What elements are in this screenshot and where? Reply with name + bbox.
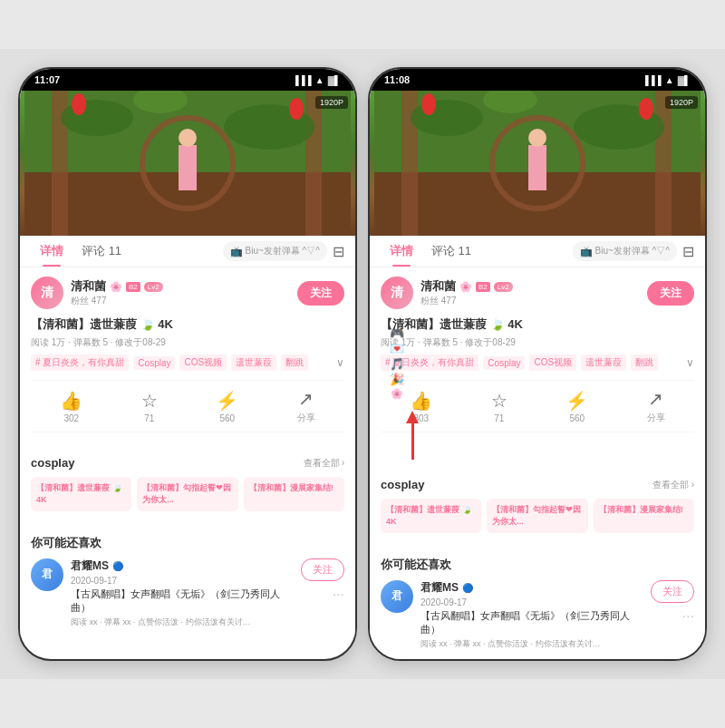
- author-name-row-right: 清和菌 🌸 B2 Lv2: [420, 278, 640, 295]
- cosplay-item-3[interactable]: 【清和菌】漫展家集结!: [244, 477, 344, 510]
- signal-icon: ▐▐▐: [292, 75, 311, 85]
- view-all-cosplay-right[interactable]: 查看全部 ›: [652, 479, 694, 491]
- video-bg-right: [370, 91, 705, 236]
- wifi-icon-right: ▲: [665, 75, 674, 85]
- tag-title[interactable]: 遗世蒹葭: [231, 354, 276, 371]
- rec-date-r1: 2020-09-17: [420, 597, 643, 607]
- tag-summer[interactable]: # 夏日炎炎，有你真甜: [31, 354, 129, 371]
- expand-icon[interactable]: ∨: [336, 356, 344, 369]
- tag-summer-right[interactable]: # 夏日炎炎，有你真甜: [381, 354, 478, 371]
- recommend-section-left: 你可能还喜欢 君 君耀MS 🔵 2020-09-17 【古风翻唱】女声翻唱《无垢…: [20, 526, 355, 637]
- cosplay-item-r3[interactable]: 【清和菌】漫展家集结!: [594, 499, 694, 532]
- svg-point-5: [61, 100, 133, 136]
- cosplay-item-title-1: 【清和菌】遗世蒹葭 🍃4K: [36, 482, 126, 505]
- actions-row-right: 🎮 💌 🎵 🎉 🌸 👍 303 ☆ 71 ⚡: [381, 380, 694, 432]
- recommend-item-1: 君 君耀MS 🔵 2020-09-17 【古风翻唱】女声翻唱《无垢》（剑三乃秀同…: [31, 558, 344, 628]
- action-share-right[interactable]: ↗ 分享: [647, 388, 665, 424]
- tag-cosvideo[interactable]: COS视频: [179, 354, 227, 371]
- follow-button-left[interactable]: 关注: [297, 281, 344, 306]
- svg-point-21: [528, 129, 546, 147]
- author-name-row: 清和菌 🌸 B2 Lv2: [71, 278, 290, 295]
- author-row-right: 清 清和菌 🌸 B2 Lv2 粉丝 477 关注: [381, 277, 694, 309]
- view-all-cosplay[interactable]: 查看全部 ›: [304, 457, 344, 470]
- barrage-button-left[interactable]: 📺 Biu~发射弹幕 ^▽^: [223, 241, 327, 261]
- author-fans: 粉丝 477: [71, 295, 290, 307]
- tab-comment-right[interactable]: 评论 11: [422, 236, 480, 267]
- tag-cosplay[interactable]: Cosplay: [133, 356, 175, 370]
- time-right: 11:08: [384, 74, 410, 85]
- cosplay-title-right: cosplay: [381, 478, 424, 491]
- cosplay-item-title-r3: 【清和菌】漫展家集结!: [599, 504, 689, 516]
- action-like[interactable]: 👍 302: [60, 390, 82, 423]
- avatar-left[interactable]: 清: [31, 277, 63, 309]
- cosplay-header: cosplay 查看全部 ›: [31, 456, 344, 470]
- cosplay-list-left: 【清和菌】遗世蒹葭 🍃4K 【清和菌】勾指起誓❤因为你太... 【清和菌】漫展家…: [31, 477, 344, 510]
- rec-avatar-1[interactable]: 君: [31, 558, 63, 591]
- barrage-toggle-icon-right[interactable]: ⊟: [682, 243, 694, 260]
- cosplay-item-1[interactable]: 【清和菌】遗世蒹葭 🍃4K: [31, 477, 131, 510]
- recommend-section-right: 你可能还喜欢 君 君耀MS 🔵 2020-09-17 【古风翻唱】女声翻唱《无垢…: [370, 548, 705, 659]
- action-star-right[interactable]: ☆ 71: [491, 390, 508, 423]
- tab-detail-left[interactable]: 详情: [31, 236, 72, 267]
- wifi-icon: ▲: [315, 75, 324, 85]
- svg-rect-15: [655, 91, 672, 236]
- rec-info-1: 君耀MS 🔵 2020-09-17 【古风翻唱】女声翻唱《无垢》（剑三乃秀同人曲…: [71, 558, 294, 628]
- cosplay-item-r2[interactable]: 【清和菌】勾指起誓❤因为你太...: [487, 499, 587, 532]
- cosplay-item-title-3: 【清和菌】漫展家集结!: [249, 482, 339, 494]
- video-thumbnail-left[interactable]: 1920P: [20, 91, 355, 236]
- barrage-icon: 📺: [230, 246, 243, 257]
- rec-follow-button-1[interactable]: 关注: [301, 558, 344, 581]
- tab-comment-left[interactable]: 评论 11: [72, 236, 130, 267]
- barrage-button-right[interactable]: 📺 Biu~发射弹幕 ^▽^: [573, 241, 677, 261]
- tag-cosplay-right[interactable]: Cosplay: [483, 356, 525, 370]
- rec-avatar-r1[interactable]: 君: [381, 580, 413, 613]
- like-icon-right: 👍: [410, 390, 432, 412]
- author-info-right: 清和菌 🌸 B2 Lv2 粉丝 477: [420, 278, 640, 307]
- rec-date-1: 2020-09-17: [71, 576, 294, 586]
- coin-count: 560: [219, 413, 235, 423]
- rec-follow-button-r1[interactable]: 关注: [651, 580, 694, 603]
- share-icon: ↗: [298, 388, 314, 410]
- barrage-toggle-icon[interactable]: ⊟: [333, 243, 344, 260]
- tags-row-left: # 夏日炎炎，有你真甜 Cosplay COS视频 遗世蒹葭 翻跳 ∨: [31, 354, 344, 371]
- recommend-title-right: 你可能还喜欢: [381, 557, 694, 573]
- cosplay-item-title-r2: 【清和菌】勾指起誓❤因为你太...: [492, 504, 582, 527]
- author-fans-right: 粉丝 477: [420, 295, 640, 307]
- action-star[interactable]: ☆ 71: [141, 390, 158, 423]
- cosplay-item-2[interactable]: 【清和菌】勾指起誓❤因为你太...: [137, 477, 237, 510]
- coin-icon-right: ⚡: [566, 390, 588, 412]
- tag-title-right[interactable]: 遗世蒹葭: [581, 354, 626, 371]
- more-icon-1[interactable]: ···: [333, 587, 344, 603]
- tag-cosvideo-right[interactable]: COS视频: [529, 354, 576, 371]
- svg-point-22: [421, 93, 436, 115]
- more-icon-r1[interactable]: ···: [682, 608, 694, 625]
- svg-rect-20: [528, 145, 546, 190]
- author-badge-flower-right: 🌸: [459, 281, 472, 293]
- coin-icon: ⚡: [216, 390, 238, 412]
- tabs-row-right: 详情 评论 11 📺 Biu~发射弹幕 ^▽^ ⊟: [370, 236, 705, 267]
- tab-detail-right[interactable]: 详情: [381, 236, 422, 267]
- tag-dance-right[interactable]: 翻跳: [631, 354, 658, 371]
- content-section-left: 清 清和菌 🌸 B2 Lv2 粉丝 477 关注 【清和菌】遗世蒹葭 🍃 4K …: [20, 267, 355, 442]
- author-name-left: 清和菌: [71, 278, 106, 295]
- svg-point-17: [411, 100, 483, 136]
- rec-name-row-1: 君耀MS 🔵: [71, 558, 294, 574]
- follow-button-right[interactable]: 关注: [647, 281, 694, 306]
- video-overlay-right: 1920P: [665, 96, 698, 109]
- video-thumbnail-right[interactable]: 1920P: [370, 91, 705, 236]
- video-overlay: 1920P: [315, 96, 348, 109]
- cosplay-item-title-r1: 【清和菌】遗世蒹葭 🍃4K: [386, 504, 476, 527]
- rec-name-r1: 君耀MS: [420, 580, 459, 596]
- expand-icon-right[interactable]: ∨: [686, 356, 694, 369]
- tag-dance[interactable]: 翻跳: [281, 354, 308, 371]
- rec-desc-r1: 【古风翻唱】女声翻唱《无垢》（剑三乃秀同人曲）: [420, 609, 643, 637]
- rec-badge: 🔵: [112, 561, 123, 571]
- avatar-right[interactable]: 清: [381, 277, 413, 309]
- cosplay-item-r1[interactable]: 【清和菌】遗世蒹葭 🍃4K: [381, 499, 481, 532]
- action-share[interactable]: ↗ 分享: [297, 388, 315, 424]
- action-coin[interactable]: ⚡ 560: [216, 390, 238, 423]
- action-coin-right[interactable]: ⚡ 560: [566, 390, 588, 423]
- actions-row-left: 👍 302 ☆ 71 ⚡ 560 ↗ 分享: [31, 380, 344, 432]
- cosplay-section-right: cosplay 查看全部 › 【清和菌】遗世蒹葭 🍃4K 【清和菌】勾指起誓❤因…: [370, 469, 705, 541]
- video-bg: [20, 91, 355, 236]
